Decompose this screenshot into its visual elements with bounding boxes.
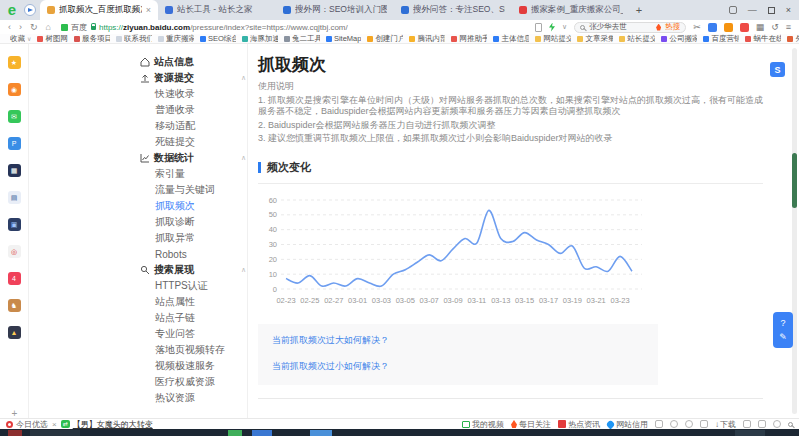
sidebar-group-submit[interactable]: 资源提交∧ xyxy=(140,70,246,86)
hot-label[interactable]: 热搜 xyxy=(665,22,680,32)
bookmark-item[interactable]: SEO综合 xyxy=(197,34,239,44)
bookmark-item[interactable]: 联系我们 xyxy=(113,34,155,44)
faq-link-too-high[interactable]: 当前抓取频次过大如何解决？ xyxy=(272,334,644,347)
tab-list-icon[interactable] xyxy=(729,6,737,14)
tab-close-icon[interactable]: × xyxy=(146,5,151,15)
taskbar-app[interactable] xyxy=(8,430,22,436)
bookmark-item[interactable]: 收藏∨ xyxy=(5,34,34,44)
flag-icon[interactable] xyxy=(700,420,708,428)
bookmark-item[interactable]: 树图网 xyxy=(34,34,71,44)
menu-icon[interactable]: ≡ xyxy=(786,22,791,32)
bookmark-item[interactable]: 站长提交 xyxy=(616,34,658,44)
back-button[interactable]: ‹ xyxy=(8,22,11,32)
zoom-icon[interactable] xyxy=(788,422,793,427)
sidebar-item[interactable]: 索引量 xyxy=(140,166,246,182)
qr-app-app-icon[interactable]: ▦ xyxy=(8,164,21,177)
bookmark-item[interactable]: 百度营销 xyxy=(700,34,742,44)
bookmark-item[interactable]: SiteMap xyxy=(323,34,365,43)
shield-icon[interactable] xyxy=(724,23,733,32)
sidebar-group-stats[interactable]: 数据统计∧ xyxy=(140,150,246,166)
novel-link[interactable]: 【男】女魔头的大转变 xyxy=(73,419,153,430)
sidebar-item[interactable]: 抓取诊断 xyxy=(140,214,246,230)
sidebar-group-home[interactable]: 站点信息 xyxy=(140,54,246,70)
game-center-icon[interactable] xyxy=(740,23,749,32)
favorites-app-icon[interactable]: ★ xyxy=(8,56,21,69)
browser-tab[interactable]: 抓取频次_百度抓取频次调整工具× xyxy=(40,0,158,20)
url-path[interactable]: /pressure/index?site=https://www.cqjtbj.… xyxy=(190,23,348,32)
eye-protect-icon[interactable] xyxy=(655,420,663,428)
taskbar-app[interactable] xyxy=(228,430,242,436)
sidebar-item[interactable]: 视频极速服务 xyxy=(140,358,246,374)
sidebar-item[interactable]: 医疗权威资源 xyxy=(140,374,246,390)
sidebar-item[interactable]: Robots xyxy=(140,246,246,262)
share-fab-button[interactable]: S xyxy=(770,62,785,77)
clock-icon[interactable] xyxy=(685,420,693,428)
screenshot-scissors-icon[interactable]: ✂ xyxy=(693,22,701,32)
bookmark-item[interactable]: 服务项目 xyxy=(71,34,113,44)
bookmark-item[interactable]: 公司搬家 xyxy=(658,34,700,44)
caret-up-icon[interactable]: ∧ xyxy=(241,74,246,82)
window-split-icon[interactable] xyxy=(743,420,751,428)
sidebar-item[interactable]: 热议资源 xyxy=(140,390,246,406)
dismiss-icon[interactable]: × xyxy=(52,420,57,429)
taskbar-app[interactable] xyxy=(252,430,272,436)
maximize-button[interactable] xyxy=(768,7,775,14)
sidebar-item[interactable]: 死链提交 xyxy=(140,134,246,150)
wheel-app-app-icon[interactable]: ◎ xyxy=(8,245,21,258)
faq-link-too-low[interactable]: 当前抓取频次过小如何解决？ xyxy=(272,360,644,373)
url-domain[interactable]: ziyuan.baidu.com xyxy=(123,23,190,32)
help-button[interactable]: ? xyxy=(773,316,793,330)
taskbar-app[interactable] xyxy=(735,430,765,436)
hot-news-item[interactable]: 热点资讯 xyxy=(558,419,600,430)
daily-follow-item[interactable]: 每日关注 xyxy=(511,419,551,430)
caret-up-icon[interactable]: ∧ xyxy=(241,154,246,162)
sidebar-item[interactable]: 抓取频次 xyxy=(140,198,246,214)
bookmark-item[interactable]: 创建门户 xyxy=(364,34,406,44)
dark-app-app-icon[interactable]: ▲ xyxy=(8,326,21,339)
bookmark-item[interactable]: 海豚加速 xyxy=(239,34,281,44)
bookmark-item[interactable]: 腾讯内部 xyxy=(406,34,448,44)
sidebar-item[interactable]: 站点属性 xyxy=(140,294,246,310)
sidebar-item[interactable]: 落地页视频转存 xyxy=(140,342,246,358)
doc-app-app-icon[interactable]: ▤ xyxy=(8,191,21,204)
panel-icon[interactable] xyxy=(758,420,766,428)
browser-logo[interactable]: e xyxy=(0,0,24,20)
taskbar-app[interactable] xyxy=(310,430,332,436)
sidebar-item[interactable]: 流量与关键词 xyxy=(140,182,246,198)
red-app-app-icon[interactable]: 4 xyxy=(8,272,21,285)
apps-grid-icon[interactable]: ▦ xyxy=(756,22,765,32)
forward-button[interactable]: › xyxy=(19,22,22,32)
gallery-app-app-icon[interactable]: ▣ xyxy=(8,218,21,231)
bookmark-item[interactable]: 外链吧 xyxy=(784,34,799,44)
undo-icon[interactable]: ↺ xyxy=(771,22,779,32)
browser-tab[interactable]: 搜外网：SEO培训入门图文教程 xyxy=(276,0,394,20)
my-videos-item[interactable]: 我的视频 xyxy=(462,419,504,430)
sidebar-group-display[interactable]: 搜索展现∧ xyxy=(140,262,246,278)
today-picks-label[interactable]: 今日优选 xyxy=(16,419,48,430)
reader-mode-icon[interactable] xyxy=(535,23,542,32)
chevron-down-icon[interactable]: ∨ xyxy=(562,23,567,31)
sidebar-item[interactable]: 快速收录 xyxy=(140,86,246,102)
page-scrollbar[interactable] xyxy=(792,48,797,414)
sidebar-item[interactable]: 移动适配 xyxy=(140,118,246,134)
feedback-button[interactable]: ✎ xyxy=(773,330,793,344)
site-credit-item[interactable]: 网站信用 xyxy=(607,419,648,430)
bookmark-item[interactable]: 网推助手 xyxy=(448,34,490,44)
browser-tab[interactable]: 搬家案例_重庆搬家公司_重庆搬 xyxy=(512,0,630,20)
download-item[interactable]: ↓下载 xyxy=(715,419,736,430)
search-query[interactable]: 张少华去世 xyxy=(589,22,627,32)
browser-tab[interactable]: 搜外问答：专注SEO、SEM xyxy=(394,0,512,20)
speed-bolt-icon[interactable] xyxy=(549,23,555,32)
mail-app-icon[interactable]: ✉ xyxy=(8,110,21,123)
sidebar-item[interactable]: 普通收录 xyxy=(140,102,246,118)
bookmark-item[interactable]: 网站提交 xyxy=(532,34,574,44)
caret-up-icon[interactable]: ∧ xyxy=(241,266,246,274)
home-button[interactable]: ⌂ xyxy=(46,22,51,32)
sidebar-item[interactable]: HTTPS认证 xyxy=(140,278,246,294)
taskbar-app[interactable] xyxy=(30,430,80,436)
new-tab-button[interactable]: + xyxy=(630,4,648,16)
search-box[interactable]: 张少华去世 热搜 xyxy=(574,22,686,33)
bookmark-item[interactable]: 兔二工具 xyxy=(281,34,323,44)
minimize-button[interactable]: — xyxy=(748,5,757,15)
bookmark-item[interactable]: 文章采集 xyxy=(574,34,616,44)
